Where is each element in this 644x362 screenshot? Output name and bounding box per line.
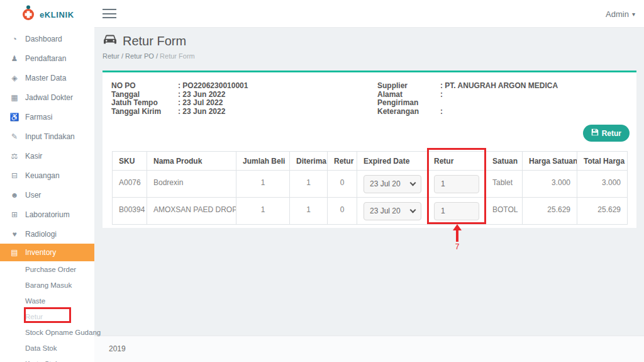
cell-retur: 0: [328, 198, 357, 225]
cell-harga-satuan: 3.000: [523, 171, 577, 198]
po-label: Tanggal: [111, 91, 178, 99]
po-label: Supplier: [377, 82, 440, 91]
breadcrumb-current: Retur Form: [160, 52, 195, 60]
retur-qty-input[interactable]: [434, 175, 479, 193]
user-menu-label: Admin: [606, 9, 629, 19]
retur-button-label: Retur: [602, 129, 621, 138]
sidebar-item-pendaftaran[interactable]: ♟ Pendaftaran: [0, 48, 94, 68]
breadcrumb-path[interactable]: Retur / Retur PO /: [103, 52, 158, 60]
menu-toggle-button[interactable]: [103, 9, 116, 18]
expired-date-value: 23 Jul 20: [370, 206, 401, 215]
po-value: : 23 Jun 2022: [178, 108, 225, 116]
po-info-row: Supplier : PT. ANUGRAH ARGON MEDICA: [377, 82, 558, 91]
sidebar-subitem-waste[interactable]: Waste: [0, 293, 94, 308]
po-value: : PT. ANUGRAH ARGON MEDICA: [440, 82, 558, 91]
po-value: :: [440, 108, 443, 116]
master-data-icon: ◈: [9, 74, 19, 82]
col-header-expired-date: Expired Date: [357, 152, 428, 171]
chevron-down-icon: ▾: [632, 11, 635, 18]
footer-year: 2019: [109, 344, 126, 353]
po-info-row: Jatuh Tempo : 23 Jul 2022: [111, 99, 248, 108]
footer: 2019: [94, 336, 644, 362]
sidebar-item-label: Input Tindakan: [25, 132, 75, 141]
sidebar-subitem-kartu-stok[interactable]: Kartu Stok: [0, 356, 94, 362]
sidebar-item-dashboard[interactable]: ◔ Dashboard: [0, 29, 94, 48]
sidebar-subitem-data-stok[interactable]: Data Stok: [0, 340, 94, 356]
sidebar-item-farmasi[interactable]: ♿ Farmasi: [0, 107, 94, 127]
col-header-nama-produk: Nama Produk: [147, 152, 236, 171]
sidebar-item-label: Kasir: [25, 152, 42, 161]
col-header-total-harga: Total Harga: [577, 152, 628, 171]
sidebar-subitem-retur[interactable]: Retur: [0, 308, 94, 324]
page-header: Retur Form Retur / Retur PO / Retur Form: [103, 34, 195, 60]
brand-name: eKLINIK: [40, 10, 74, 20]
cell-satuan: Tablet: [486, 171, 523, 198]
expired-date-select[interactable]: 23 Jul 20: [364, 175, 421, 193]
annotation-step-number: 7: [450, 242, 464, 251]
calendar-icon: ▦: [9, 93, 19, 102]
cell-sku: B00394: [113, 198, 147, 225]
col-header-sku: SKU: [113, 152, 147, 171]
chevron-down-icon: [410, 206, 416, 213]
sidebar-item-user[interactable]: ☻ User: [0, 185, 94, 205]
col-header-jumlah-beli: Jumlah Beli: [236, 152, 290, 171]
chevron-down-icon: [410, 179, 416, 186]
po-label: Tanggal Kirim: [111, 108, 178, 116]
col-header-diterima: Diterima: [290, 152, 328, 171]
cell-expired-date: 23 Jul 20: [357, 198, 428, 225]
col-header-harga-satuan: Harga Satuan: [523, 152, 577, 171]
po-value: :: [440, 91, 443, 108]
finance-icon: ⊟: [9, 171, 19, 180]
cell-harga-satuan: 25.629: [523, 198, 577, 225]
sidebar-item-keuangan[interactable]: ⊟ Keuangan: [0, 166, 94, 185]
table-row: A0076 Bodrexin 1 1 0 23 Jul 20: [113, 171, 628, 198]
retur-save-button[interactable]: Retur: [583, 125, 630, 142]
pharmacy-icon: ♿: [9, 113, 19, 122]
po-info-row: Keterangan :: [377, 108, 558, 116]
sidebar-item-input-tindakan[interactable]: ✎ Input Tindakan: [0, 127, 94, 146]
users-icon: ☻: [9, 191, 19, 200]
po-info-row: Tanggal Kirim : 23 Jun 2022: [111, 108, 248, 116]
subitem-label: Kartu Stok: [25, 360, 59, 362]
po-info-row: NO PO : PO2206230010001: [111, 82, 248, 91]
subitem-label: Stock Opname Gudang: [25, 329, 101, 336]
sidebar-subitem-purchase-order[interactable]: Purchase Order: [0, 261, 94, 277]
sidebar-item-kasir[interactable]: ⚖ Kasir: [0, 146, 94, 166]
cell-diterima: 1: [290, 198, 328, 225]
hamburger-icon: [103, 9, 116, 10]
subitem-label: Data Stok: [25, 344, 57, 352]
sidebar-item-label: Pendaftaran: [25, 54, 66, 63]
subitem-label: Purchase Order: [25, 266, 76, 273]
sidebar-item-radiologi[interactable]: ♥ Radiologi: [0, 224, 94, 244]
cell-total-harga: 3.000: [577, 171, 628, 198]
cell-satuan: BOTOL: [486, 198, 523, 225]
po-value: : 23 Jun 2022: [178, 91, 225, 99]
sidebar-item-label: Farmasi: [25, 113, 52, 122]
po-label: Keterangan: [377, 108, 440, 116]
sidebar-item-inventory[interactable]: ▤ Inventory: [0, 244, 94, 261]
sidebar-item-label: Radiologi: [25, 230, 57, 239]
annotation-arrow-line: [456, 230, 458, 242]
radiology-heart-icon: ♥: [9, 230, 19, 239]
po-info-left: NO PO : PO2206230010001 Tanggal : 23 Jun…: [111, 82, 248, 116]
retur-form-card: NO PO : PO2206230010001 Tanggal : 23 Jun…: [103, 71, 636, 228]
procedure-icon: ✎: [9, 132, 19, 141]
subitem-label: Waste: [25, 297, 45, 305]
sidebar-subitem-stock-opname-gudang[interactable]: Stock Opname Gudang: [0, 324, 94, 340]
expired-date-value: 23 Jul 20: [370, 179, 401, 188]
sidebar-item-label: Jadwal Dokter: [25, 93, 73, 102]
page-title: Retur Form: [103, 34, 195, 48]
user-menu[interactable]: Admin ▾: [606, 0, 635, 28]
retur-items-table: SKU Nama Produk Jumlah Beli Diterima Ret…: [112, 151, 628, 225]
sidebar-item-jadwal-dokter[interactable]: ▦ Jadwal Dokter: [0, 88, 94, 107]
sidebar-item-master-data[interactable]: ◈ Master Data: [0, 68, 94, 88]
col-header-retur-qty: Retur: [428, 152, 486, 171]
brand-logo[interactable]: eKLINIK: [21, 4, 74, 25]
sidebar-item-laboratorium[interactable]: ⊞ Laboratorium: [0, 205, 94, 224]
po-info-right: Supplier : PT. ANUGRAH ARGON MEDICA Alam…: [377, 82, 558, 116]
subitem-label: Barang Masuk: [25, 281, 72, 289]
expired-date-select[interactable]: 23 Jul 20: [364, 202, 421, 220]
sidebar-menu: ◔ Dashboard ♟ Pendaftaran ◈ Master Data …: [0, 29, 94, 261]
sidebar-subitem-barang-masuk[interactable]: Barang Masuk: [0, 277, 94, 293]
retur-qty-input[interactable]: [434, 202, 479, 220]
